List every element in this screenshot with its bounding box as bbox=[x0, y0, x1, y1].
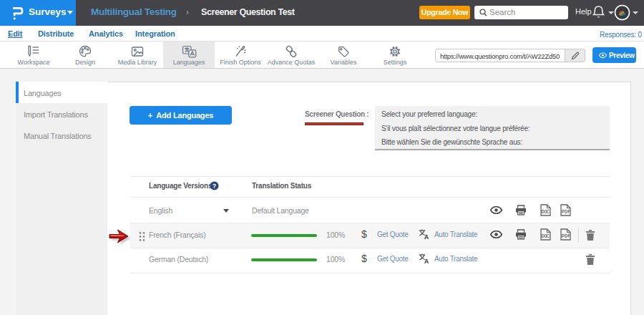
svg-text:A: A bbox=[424, 258, 429, 264]
svg-text:A: A bbox=[424, 233, 429, 240]
svg-text:?: ? bbox=[213, 183, 217, 190]
